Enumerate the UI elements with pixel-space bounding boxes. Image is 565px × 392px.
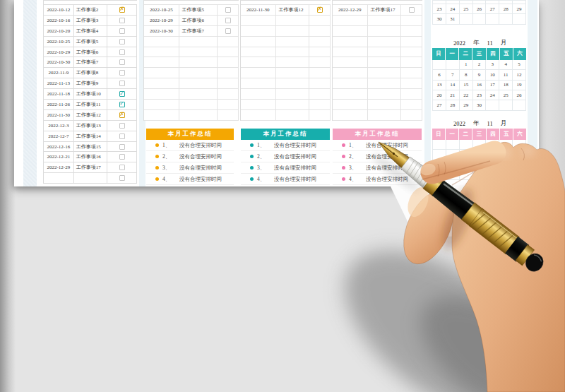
calendar-day-cell[interactable]: 7 [446, 70, 460, 80]
work-item-cell[interactable] [368, 26, 402, 36]
checkbox-cell[interactable] [107, 57, 137, 67]
checkbox-icon[interactable] [317, 7, 323, 13]
checkbox-icon[interactable] [119, 18, 125, 23]
date-cell[interactable]: 2022-10-29 [44, 47, 74, 57]
calendar-day-cell[interactable]: 28 [446, 100, 460, 110]
checkbox-cell[interactable] [309, 57, 331, 67]
calendar-day-cell[interactable] [446, 160, 460, 170]
work-item-cell[interactable]: 工作事项12 [74, 110, 108, 120]
work-item-cell[interactable]: 工作事项6 [179, 16, 218, 25]
checkbox-cell[interactable] [218, 5, 239, 15]
work-item-cell[interactable]: 工作事项7 [179, 26, 218, 36]
checkbox-cell[interactable] [309, 100, 331, 109]
calendar-day-cell[interactable]: 27 [433, 100, 446, 110]
checkbox-icon[interactable] [119, 7, 125, 13]
calendar-day-cell[interactable] [499, 170, 513, 180]
checkbox-cell[interactable] [309, 89, 331, 99]
summary-header[interactable]: 本月工作总结 [333, 129, 422, 140]
calendar-day-cell[interactable] [513, 150, 526, 160]
work-item-cell[interactable]: 工作事项4 [74, 26, 108, 36]
summary-item[interactable]: 3、 没有合理安排时间 [333, 162, 422, 174]
date-cell[interactable] [333, 16, 368, 25]
summary-item[interactable]: 3、 没有合理安排时间 [146, 162, 234, 174]
calendar-day-cell[interactable] [473, 160, 487, 170]
date-cell[interactable]: 2022-12-21 [44, 152, 74, 162]
checkbox-cell[interactable] [401, 57, 422, 67]
date-cell[interactable] [144, 100, 179, 109]
calendar-day-cell[interactable]: 29 [460, 100, 473, 110]
checkbox-cell[interactable] [218, 110, 239, 120]
work-item-cell[interactable]: 工作事项5 [179, 5, 218, 15]
calendar-day-cell[interactable] [446, 150, 460, 160]
calendar-day-cell[interactable] [499, 150, 513, 160]
calendar-day-cell[interactable] [446, 170, 460, 180]
summary-item[interactable]: 2、 没有合理安排时间 [146, 151, 234, 162]
checkbox-cell[interactable] [218, 26, 239, 36]
calendar-day-cell[interactable] [433, 140, 446, 150]
work-item-cell[interactable]: 工作事项5 [74, 37, 108, 47]
work-item-cell[interactable]: 工作事项9 [74, 78, 108, 88]
date-cell[interactable] [241, 37, 276, 47]
calendar-day-cell[interactable] [513, 100, 526, 110]
calendar-day-cell[interactable]: 16 [473, 81, 487, 90]
calendar-day-cell[interactable]: 9 [473, 70, 487, 80]
summary-item[interactable]: 1、 没有合理安排时间 [146, 140, 234, 151]
date-cell[interactable] [333, 57, 368, 67]
calendar-day-cell[interactable] [486, 140, 499, 150]
date-cell[interactable] [144, 68, 179, 78]
date-cell[interactable] [333, 26, 368, 36]
checkbox-cell[interactable] [107, 142, 137, 152]
checkbox-icon[interactable] [409, 7, 415, 13]
calendar-day-cell[interactable]: 13 [433, 81, 446, 90]
date-cell[interactable] [241, 26, 276, 36]
summary-item[interactable]: 4、 没有合理安排时间 [146, 174, 234, 185]
checkbox-icon[interactable] [119, 28, 125, 34]
date-cell[interactable] [144, 110, 179, 120]
calendar-day-cell[interactable]: 15 [460, 81, 473, 90]
checkbox-cell[interactable] [218, 47, 239, 57]
checkbox-cell[interactable] [107, 173, 137, 183]
work-item-cell[interactable] [179, 78, 218, 88]
summary-item[interactable]: 4、 没有合理安排时间 [241, 174, 330, 185]
calendar-day-cell[interactable]: 14 [446, 81, 460, 90]
checkbox-cell[interactable] [401, 26, 422, 36]
calendar-day-cell[interactable] [486, 100, 499, 110]
summary-item[interactable]: 2、 没有合理安排时间 [333, 151, 422, 162]
calendar-day-cell[interactable] [513, 14, 526, 24]
work-item-cell[interactable]: 工作事项16 [74, 152, 108, 162]
work-item-cell[interactable]: 工作事项8 [74, 68, 108, 78]
checkbox-cell[interactable] [107, 5, 137, 15]
work-item-cell[interactable] [179, 89, 218, 99]
calendar-day-cell[interactable] [473, 140, 487, 150]
date-cell[interactable] [241, 68, 276, 78]
checkbox-cell[interactable] [107, 68, 137, 78]
calendar-day-cell[interactable]: 2 [473, 60, 487, 70]
work-item-cell[interactable] [179, 100, 218, 109]
checkbox-icon[interactable] [119, 144, 125, 150]
work-item-cell[interactable]: 工作事项10 [74, 89, 108, 99]
checkbox-cell[interactable] [401, 89, 422, 99]
date-cell[interactable]: 2022-10-29 [144, 16, 179, 25]
work-item-cell[interactable] [276, 37, 310, 47]
date-cell[interactable]: 2022-11-30 [44, 110, 74, 120]
date-cell[interactable]: 2022-10-30 [144, 26, 179, 36]
calendar-day-cell[interactable] [433, 60, 446, 70]
checkbox-cell[interactable] [309, 47, 331, 57]
checkbox-cell[interactable] [401, 16, 422, 25]
calendar-day-cell[interactable]: 18 [499, 81, 513, 90]
calendar-day-cell[interactable]: 26 [513, 90, 526, 100]
calendar-day-cell[interactable] [486, 14, 499, 24]
checkbox-icon[interactable] [119, 39, 125, 44]
calendar-day-cell[interactable] [446, 140, 460, 150]
checkbox-cell[interactable] [107, 26, 137, 36]
date-cell[interactable] [333, 47, 368, 57]
calendar-day-cell[interactable]: 23 [473, 90, 487, 100]
date-cell[interactable] [144, 78, 179, 88]
calendar-day-cell[interactable]: 21 [446, 90, 460, 100]
calendar-day-cell[interactable]: 6 [433, 70, 446, 80]
date-cell[interactable]: 2022-11-18 [44, 89, 74, 99]
calendar-day-cell[interactable] [513, 170, 526, 180]
date-cell[interactable] [333, 100, 368, 109]
checkbox-cell[interactable] [107, 152, 137, 162]
work-item-cell[interactable] [276, 100, 310, 109]
